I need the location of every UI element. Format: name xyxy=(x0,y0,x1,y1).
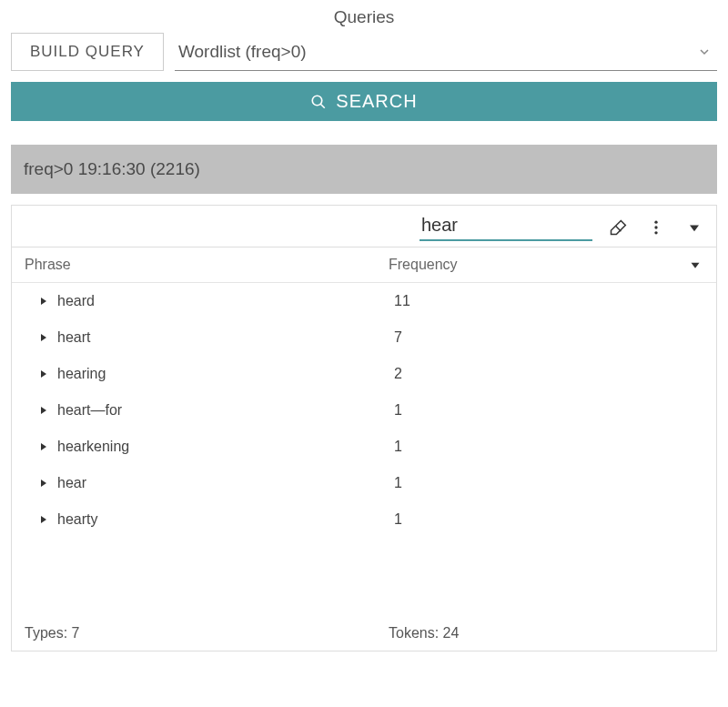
eraser-button[interactable] xyxy=(605,215,631,240)
frequency-cell: 2 xyxy=(394,366,703,382)
svg-point-4 xyxy=(654,226,657,228)
more-menu-button[interactable] xyxy=(643,215,669,240)
column-frequency[interactable]: Frequency xyxy=(389,257,687,273)
frequency-cell: 7 xyxy=(394,329,703,346)
wordlist-select[interactable]: Wordlist (freq>0) xyxy=(175,33,717,71)
phrase-cell: hearing xyxy=(57,366,394,382)
table-row[interactable]: hearty1 xyxy=(12,501,716,538)
svg-line-1 xyxy=(321,104,326,108)
search-button-label: SEARCH xyxy=(336,91,417,112)
filter-input[interactable] xyxy=(420,213,592,241)
expand-icon xyxy=(39,479,48,488)
triangle-down-icon xyxy=(687,256,703,274)
expand-icon xyxy=(39,406,48,415)
column-phrase[interactable]: Phrase xyxy=(25,257,389,273)
table-row[interactable]: hear1 xyxy=(12,465,716,501)
frequency-cell: 1 xyxy=(394,475,703,491)
table-row[interactable]: heart—for1 xyxy=(12,392,716,429)
query-summary: freq>0 19:16:30 (2216) xyxy=(11,145,717,194)
svg-point-5 xyxy=(654,231,657,234)
table-row[interactable]: heard11 xyxy=(12,283,716,319)
phrase-cell: hearty xyxy=(57,511,394,528)
eraser-icon xyxy=(609,218,627,237)
expand-icon xyxy=(39,442,48,451)
phrase-cell: heart xyxy=(57,329,394,346)
expand-icon xyxy=(39,333,48,342)
frequency-cell: 1 xyxy=(394,511,703,528)
table-row[interactable]: heart7 xyxy=(12,319,716,356)
phrase-cell: hearkening xyxy=(57,439,394,455)
tokens-count: Tokens: 24 xyxy=(389,625,703,641)
phrase-cell: heard xyxy=(57,293,394,309)
filter-row xyxy=(11,205,717,247)
expand-icon xyxy=(39,369,48,379)
svg-point-0 xyxy=(313,96,323,106)
chevron-down-icon xyxy=(699,46,710,57)
frequency-cell: 1 xyxy=(394,402,703,419)
query-builder-row: BUILD QUERY Wordlist (freq>0) xyxy=(11,33,717,71)
results-table: Phrase Frequency heard11heart7hearing2he… xyxy=(11,247,717,651)
search-icon xyxy=(310,94,327,110)
phrase-cell: hear xyxy=(57,475,394,491)
search-button[interactable]: SEARCH xyxy=(11,82,717,121)
frequency-cell: 11 xyxy=(394,293,703,309)
types-count: Types: 7 xyxy=(25,625,389,641)
frequency-cell: 1 xyxy=(394,439,703,455)
build-query-button[interactable]: BUILD QUERY xyxy=(11,33,164,71)
sort-menu-button[interactable] xyxy=(687,257,703,273)
svg-point-3 xyxy=(654,220,657,223)
triangle-down-icon xyxy=(685,218,703,237)
phrase-cell: heart—for xyxy=(57,402,394,419)
table-header: Phrase Frequency xyxy=(12,247,716,283)
table-footer: Types: 7 Tokens: 24 xyxy=(12,611,716,651)
collapse-toggle[interactable] xyxy=(682,215,707,240)
table-row[interactable]: hearkening1 xyxy=(12,429,716,465)
expand-icon xyxy=(39,515,48,524)
page-title: Queries xyxy=(11,7,717,27)
table-row[interactable]: hearing2 xyxy=(12,356,716,392)
wordlist-selected-label: Wordlist (freq>0) xyxy=(178,42,307,62)
kebab-icon xyxy=(647,218,665,237)
svg-line-2 xyxy=(616,226,622,231)
expand-icon xyxy=(39,297,48,306)
